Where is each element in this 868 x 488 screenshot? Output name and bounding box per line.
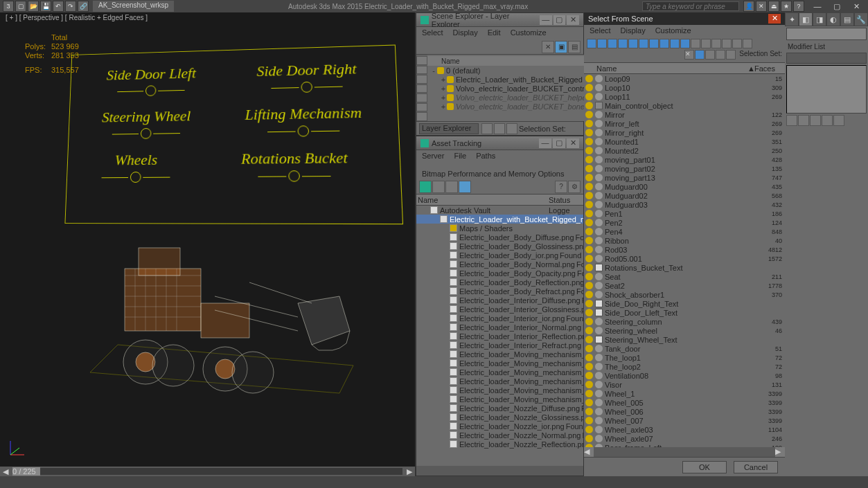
filter-more-icon[interactable] xyxy=(743,39,752,48)
view-mode-icon[interactable]: ▣ xyxy=(555,41,567,53)
asset-row[interactable]: Electric_loader_Moving_mechanism_Refle..… xyxy=(416,386,583,395)
layer-lock-icon[interactable] xyxy=(481,123,493,134)
sfs-row[interactable]: Mirror_right269 xyxy=(584,128,785,137)
panel-maximize-icon[interactable]: ▢ xyxy=(553,15,566,25)
panel-maximize-icon[interactable]: ▢ xyxy=(553,138,565,148)
hierarchy-tab-icon[interactable]: ◨ xyxy=(813,12,826,26)
filter-lights-icon[interactable] xyxy=(618,39,628,48)
filter-cameras-icon[interactable] xyxy=(628,39,638,48)
sfs-row[interactable]: Mirror122 xyxy=(584,110,785,119)
sfs-row[interactable]: Visor131 xyxy=(584,380,785,389)
filter-helpers-icon[interactable] xyxy=(639,39,648,48)
asset-row[interactable]: Maps / Shaders xyxy=(416,224,583,233)
flat-view-icon[interactable] xyxy=(445,181,458,193)
viewport-label[interactable]: [ + ] [ Perspective ] [ Realistic + Edge… xyxy=(6,14,148,21)
filter-groups-icon[interactable] xyxy=(659,39,669,48)
layer-pin-icon[interactable] xyxy=(494,123,505,134)
filter-icon[interactable]: ▤ xyxy=(568,41,581,53)
sfs-row[interactable]: Loop10309 xyxy=(584,83,785,92)
sfs-row[interactable]: Wheel_0063399 xyxy=(584,407,785,416)
tree-row[interactable]: +Electric_Loader_with_Bucket_Rigged xyxy=(427,75,603,84)
sfs-row[interactable]: Mounted1351 xyxy=(584,137,785,146)
asset-row[interactable]: Electric_loader_Moving_mechanism_Diffus.… xyxy=(416,350,583,359)
filter-hidden-icon[interactable] xyxy=(711,39,721,48)
menu-file[interactable]: File xyxy=(454,152,466,160)
sfs-row[interactable]: Main_control_object xyxy=(584,101,785,110)
display-tab-icon[interactable]: ▤ xyxy=(840,12,854,26)
filter-bones-icon[interactable] xyxy=(680,39,690,48)
sfs-row[interactable]: The_loop272 xyxy=(584,362,785,371)
sfs-menu-select[interactable]: Select xyxy=(590,26,611,36)
tree-row[interactable]: +Volvo_electric_loader_BUCKET_controller… xyxy=(427,84,603,93)
sfs-row[interactable]: Tank_door51 xyxy=(584,344,785,353)
close-icon[interactable]: ✕ xyxy=(847,1,865,12)
asset-row[interactable]: Electric_loader_Body_Refract.pngFound xyxy=(416,287,583,296)
asset-row[interactable]: Electric_loader_Body_ior.pngFound xyxy=(416,251,583,260)
menu-display[interactable]: Display xyxy=(453,28,478,38)
sfs-sync-icon[interactable] xyxy=(726,50,736,60)
sfs-row[interactable]: Pen4848 xyxy=(584,227,785,236)
display-helpers-icon[interactable] xyxy=(416,103,427,112)
asset-row[interactable]: Electric_loader_Moving_mechanism_Norm...… xyxy=(416,377,583,386)
tree-view-icon[interactable] xyxy=(432,181,445,193)
asset-row[interactable]: Autodesk VaultLogge xyxy=(416,206,583,215)
create-tab-icon[interactable]: ✦ xyxy=(785,12,799,26)
asset-row[interactable]: Electric_loader_Moving_mechanism_ior.png… xyxy=(416,368,583,377)
sfs-row[interactable]: Loop11269 xyxy=(584,92,785,101)
sfs-row[interactable]: Ribbon40 xyxy=(584,236,785,245)
asset-row[interactable]: Electric_loader_Nozzle_Diffuse.pngFound xyxy=(416,404,583,413)
motion-tab-icon[interactable]: ◐ xyxy=(826,12,840,26)
panel-close-icon[interactable]: ✕ xyxy=(567,15,579,25)
help-search-input[interactable] xyxy=(642,1,739,11)
sfs-row[interactable]: Side_Door_Lleft_Text xyxy=(584,308,785,317)
sfs-row[interactable]: Steering_column439 xyxy=(584,317,785,326)
keys-icon[interactable]: ✕ xyxy=(756,1,767,12)
filter-geometry-icon[interactable] xyxy=(597,39,607,48)
sfs-row[interactable]: Shock_absorber1370 xyxy=(584,290,785,299)
ok-button[interactable]: OK xyxy=(682,461,727,473)
modifier-stack[interactable] xyxy=(786,65,867,114)
tree-row[interactable]: -0 (default) xyxy=(427,66,603,75)
asset-row[interactable]: Electric_Loader_with_Bucket_Rigged_max_v… xyxy=(416,215,583,224)
scene-explorer-tree[interactable]: Name -0 (default)+Electric_Loader_with_B… xyxy=(427,55,603,121)
sfs-row[interactable]: Steering_wheel46 xyxy=(584,326,785,335)
asset-row[interactable]: Electric_loader_Interior_Glossiness.pngF… xyxy=(416,305,583,314)
time-slider[interactable]: ◀ 0 / 225 ▶ xyxy=(0,467,415,476)
make-unique-icon[interactable] xyxy=(810,115,821,126)
asset-row[interactable]: Electric_loader_Nozzle_Glossiness.pngFou… xyxy=(416,413,583,422)
filter-all-icon[interactable] xyxy=(587,39,596,48)
asset-row[interactable]: Electric_loader_Body_Normal.pngFound xyxy=(416,260,583,269)
signin-icon[interactable]: 👤 xyxy=(743,1,754,12)
link-icon[interactable]: 🔗 xyxy=(78,1,89,12)
sfs-view-icon[interactable] xyxy=(695,50,705,60)
panel-close-icon[interactable]: ✕ xyxy=(567,138,579,148)
sfs-row[interactable]: Pen1186 xyxy=(584,209,785,218)
menu-customize[interactable]: Customize xyxy=(511,28,547,38)
asset-row[interactable]: Electric_loader_Interior_Reflection.pngF… xyxy=(416,332,583,341)
filter-invert-icon[interactable] xyxy=(732,39,742,48)
menu-select[interactable]: Select xyxy=(422,28,443,38)
asset-row[interactable]: Electric_loader_Moving_mechanism_Glossi.… xyxy=(416,359,583,368)
sfs-row[interactable]: Ventilation0898 xyxy=(584,371,785,380)
sfs-row[interactable]: Wheel_axle031104 xyxy=(584,425,785,434)
modifier-list-dropdown[interactable] xyxy=(786,53,867,64)
filter-containers-icon[interactable] xyxy=(691,39,700,48)
sfs-row[interactable]: Wheel_0073399 xyxy=(584,416,785,425)
sfs-expand-icon[interactable] xyxy=(716,50,725,60)
sfs-row[interactable]: Mudguard00435 xyxy=(584,182,785,191)
scene-explorer-titlebar[interactable]: Scene Explorer - Layer Explorer — ▢ ✕ xyxy=(416,13,583,27)
sfs-row[interactable]: Rotations_Bucket_Text xyxy=(584,263,785,272)
workspace-dropdown[interactable]: AK_Screenshot_wrksp xyxy=(93,1,174,12)
app-menu-icon[interactable]: 3 xyxy=(3,1,14,12)
sfs-row[interactable]: The_loop172 xyxy=(584,353,785,362)
sfs-menu-customize[interactable]: Customize xyxy=(655,26,691,36)
asset-row[interactable]: Electric_loader_Interior_Diffuse.pngFoun… xyxy=(416,296,583,305)
asset-row[interactable]: Electric_loader_Body_Opacity.pngFound xyxy=(416,269,583,278)
sfs-list[interactable]: Loop0915Loop10309Loop11269Main_control_o… xyxy=(584,74,785,447)
menu-server[interactable]: Server xyxy=(422,152,444,160)
sfs-row[interactable]: moving_part02135 xyxy=(584,164,785,173)
sfs-row[interactable]: Seat21778 xyxy=(584,281,785,290)
modify-tab-icon[interactable]: ◧ xyxy=(799,12,813,26)
asset-row[interactable]: Electric_loader_Nozzle_ior.pngFound xyxy=(416,422,583,431)
save-icon[interactable]: 💾 xyxy=(40,1,51,12)
